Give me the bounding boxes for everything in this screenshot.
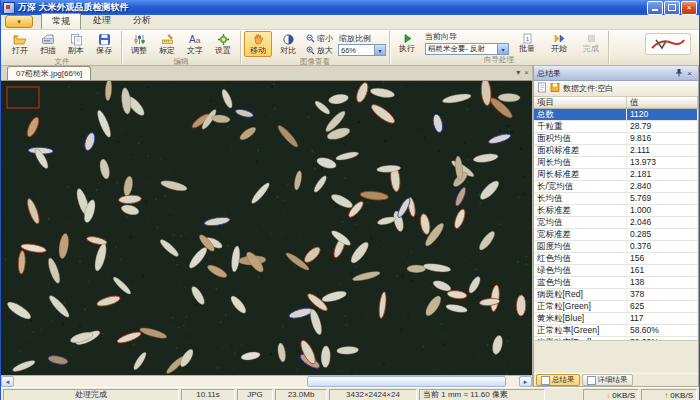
app-menu-button[interactable]: ▾	[5, 15, 33, 28]
tab-0[interactable]: 常规	[41, 13, 81, 29]
table-row[interactable]: 黄米粒[Blue]117	[534, 313, 698, 325]
table-row[interactable]: 正常粒[Green]625	[534, 301, 698, 313]
move-button[interactable]: 移动	[244, 31, 272, 57]
rice-image	[1, 81, 530, 375]
table-icon	[541, 376, 550, 385]
table-row[interactable]: 长均值5.769	[534, 193, 698, 205]
hand-icon	[252, 33, 265, 46]
calibrate-button[interactable]: 标定	[153, 31, 181, 57]
save-button[interactable]: 保存	[90, 31, 118, 57]
contrast-icon	[282, 33, 295, 46]
results-table-header: 项目 值	[534, 97, 698, 109]
toolbar-group-edit: 调整标定Aa文字设置 编辑	[122, 31, 241, 64]
app-window: 万深 大米外观品质检测软件 × ▾ 常规处理分析 打开扫描副本保存 文件 调整标…	[0, 0, 700, 400]
toolbar-group-file-buttons: 打开扫描副本保存	[6, 31, 118, 57]
table-row[interactable]: 总数1120	[534, 109, 698, 121]
table-row[interactable]: 病斑粒[Red]378	[534, 289, 698, 301]
folder-open-icon	[13, 33, 27, 46]
adjust-icon	[133, 33, 146, 46]
results-panel-header: 总结果 ×	[534, 66, 698, 81]
net-up-indicator: ↑0KB/S	[641, 389, 697, 400]
footer-tab-1[interactable]: 详细结果	[582, 374, 633, 386]
table-row[interactable]: 蓝色均值138	[534, 277, 698, 289]
calibrate-icon	[161, 33, 174, 46]
close-document-icon[interactable]: ×	[524, 68, 529, 77]
adjust-button[interactable]: 调整	[125, 31, 153, 57]
start-icon	[553, 33, 566, 44]
finish-icon	[586, 33, 597, 44]
toolbar: 打开扫描副本保存 文件 调整标定Aa文字设置 编辑 移动 对比	[1, 30, 699, 66]
restore-button[interactable]	[664, 1, 680, 15]
table-icon	[587, 376, 596, 385]
zoom-ratio-label: 缩放比例	[339, 33, 371, 44]
save-data-icon[interactable]	[550, 82, 560, 95]
table-row[interactable]: 绿色均值161	[534, 265, 698, 277]
open-button[interactable]: 打开	[6, 31, 34, 57]
tab-2[interactable]: 分析	[123, 13, 161, 29]
wizard-select[interactable]: 稻糙米全要- 反射 ▾	[425, 43, 509, 55]
scan-button[interactable]: 扫描	[34, 31, 62, 57]
tab-list-icon[interactable]: ▾	[516, 68, 520, 77]
settings-button[interactable]: 设置	[209, 31, 237, 57]
table-row[interactable]: 面积标准差2.111	[534, 145, 698, 157]
scroll-left-icon[interactable]: ◄	[1, 376, 14, 387]
settings-icon	[217, 33, 230, 46]
up-arrow-icon: ↑	[664, 391, 668, 400]
scroll-thumb[interactable]	[307, 376, 506, 387]
results-panel-toolbar: 数据文件:空白	[534, 81, 698, 97]
table-row[interactable]: 红色均值156	[534, 253, 698, 265]
results-table: 项目 值 总数1120千粒重28.79面积均值9.816面积标准差2.111周长…	[534, 97, 698, 341]
menu-tabs: 常规处理分析	[41, 13, 163, 29]
document-tab-strip: 07稻糙米.jpg[66%] ▾ ×	[1, 66, 532, 81]
status-bar: 处理完成10.11sJPG23.0Mb3432×2424×24当前 1 mm =…	[1, 387, 699, 400]
start-button[interactable]: 开始	[545, 31, 573, 55]
net-down-indicator: ↓0KB/S	[583, 389, 639, 400]
finish-button[interactable]: 完成	[577, 31, 605, 55]
duplicate-button[interactable]: 副本	[62, 31, 90, 57]
scroll-right-icon[interactable]: ►	[519, 376, 532, 387]
batch-button[interactable]: 1 批量	[513, 31, 541, 55]
zoom-out-button[interactable]: 缩小	[306, 33, 333, 44]
table-row[interactable]: 面积均值9.816	[534, 133, 698, 145]
table-row[interactable]: 周长标准差2.181	[534, 169, 698, 181]
text-button[interactable]: Aa文字	[181, 31, 209, 57]
zoom-out-icon	[306, 34, 315, 43]
footer-tab-0[interactable]: 总结果	[536, 374, 580, 386]
zoom-in-button[interactable]: 放大	[306, 45, 333, 56]
image-canvas[interactable]	[1, 81, 532, 375]
execute-button[interactable]: 执行	[393, 31, 421, 55]
svg-text:A: A	[189, 34, 196, 45]
table-row[interactable]: 圆度均值0.376	[534, 241, 698, 253]
menu-bar: ▾ 常规处理分析	[1, 15, 699, 30]
status-segment-3: 23.0Mb	[275, 389, 327, 400]
table-row[interactable]: 正常粒率[Green]58.60%	[534, 325, 698, 337]
table-row[interactable]: 千粒重28.79	[534, 121, 698, 133]
group-label-wizard: 向导处理	[393, 55, 605, 64]
pin-icon[interactable]	[673, 68, 684, 79]
table-row[interactable]: 周长均值13.973	[534, 157, 698, 169]
copy-icon	[70, 33, 83, 46]
results-panel-footer: 总结果详细结果	[534, 373, 698, 386]
status-segment-5: 当前 1 mm = 11.60 像素	[419, 389, 545, 400]
close-panel-icon[interactable]: ×	[684, 69, 695, 78]
table-row[interactable]: 长标准差1.000	[534, 205, 698, 217]
tab-1[interactable]: 处理	[83, 13, 121, 29]
save-icon	[98, 33, 111, 46]
status-segment-2: JPG	[237, 389, 273, 400]
table-row[interactable]: 长/宽均值2.840	[534, 181, 698, 193]
horizontal-scrollbar[interactable]: ◄ ►	[1, 375, 532, 387]
contrast-button[interactable]: 对比	[274, 31, 302, 57]
minimize-button[interactable]	[647, 1, 663, 15]
zoom-select[interactable]: 66% ▾	[338, 44, 386, 56]
table-row[interactable]: 宽均值2.046	[534, 217, 698, 229]
play-icon	[402, 33, 413, 44]
chevron-down-icon: ▾	[497, 44, 508, 54]
scroll-track[interactable]	[14, 376, 519, 387]
new-data-icon[interactable]	[537, 82, 547, 95]
table-row[interactable]: 宽标准差0.285	[534, 229, 698, 241]
document-tab[interactable]: 07稻糙米.jpg[66%]	[7, 66, 91, 80]
column-header-value[interactable]: 值	[627, 97, 698, 109]
close-button[interactable]: ×	[681, 1, 697, 15]
column-header-item[interactable]: 项目	[534, 97, 627, 109]
down-arrow-icon: ↓	[606, 391, 610, 400]
